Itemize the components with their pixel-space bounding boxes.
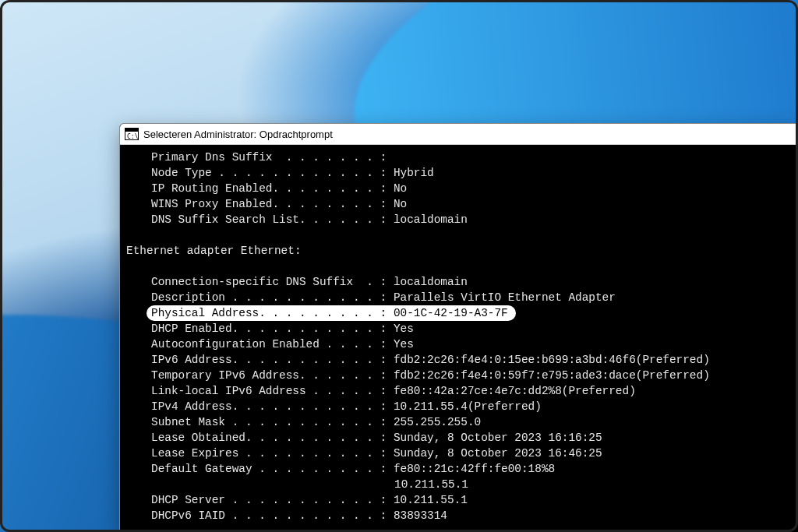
output-line: Lease Expires . . . . . . . . . . : Sund… [120, 446, 798, 461]
output-line: Default Gateway . . . . . . . . . : fe80… [120, 461, 798, 477]
output-line: Description . . . . . . . . . . . : Para… [120, 290, 798, 305]
highlighted-line: Physical Address. . . . . . . . . : 00-1… [147, 305, 516, 321]
output-line: Temporary IPv6 Address. . . . . . : fdb2… [120, 368, 798, 383]
command-prompt-window[interactable]: C:\ Selecteren Administrator: Opdrachtpr… [119, 123, 798, 532]
gateway-extra: 10.211.55.1 [120, 477, 798, 492]
output-line: Autoconfiguration Enabled . . . . : Yes [120, 336, 798, 352]
output-line: Link-local IPv6 Address . . . . . : fe80… [120, 383, 798, 399]
output-line: DHCPv6 IAID . . . . . . . . . . . : 8389… [120, 508, 798, 523]
output-line: DHCP Enabled. . . . . . . . . . . : Yes [120, 321, 798, 336]
output-line: IPv4 Address. . . . . . . . . . . : 10.2… [120, 399, 798, 414]
desktop-background: C:\ Selecteren Administrator: Opdrachtpr… [0, 0, 798, 532]
output-line: Physical Address. . . . . . . . . : 00-1… [120, 305, 798, 321]
output-line: WINS Proxy Enabled. . . . . . . . : No [120, 196, 798, 212]
output-line: Subnet Mask . . . . . . . . . . . : 255.… [120, 414, 798, 430]
adapter-heading: Ethernet adapter Ethernet: [120, 243, 798, 259]
output-line: Primary Dns Suffix . . . . . . . : [120, 150, 798, 165]
output-line: IPv6 Address. . . . . . . . . . . : fdb2… [120, 352, 798, 368]
cmd-icon-label: C:\ [127, 134, 138, 140]
cmd-icon: C:\ [125, 128, 139, 140]
output-line: Node Type . . . . . . . . . . . . : Hybr… [120, 165, 798, 181]
terminal-output[interactable]: Primary Dns Suffix . . . . . . . :Node T… [120, 145, 798, 523]
output-line: DNS Suffix Search List. . . . . . : loca… [120, 212, 798, 227]
output-line: DHCP Server . . . . . . . . . . . : 10.2… [120, 492, 798, 508]
window-titlebar[interactable]: C:\ Selecteren Administrator: Opdrachtpr… [120, 124, 798, 145]
output-line: Connection-specific DNS Suffix . : local… [120, 274, 798, 290]
output-line: Lease Obtained. . . . . . . . . . : Sund… [120, 430, 798, 446]
output-line: IP Routing Enabled. . . . . . . . : No [120, 181, 798, 196]
window-title: Selecteren Administrator: Opdrachtprompt [143, 129, 333, 140]
